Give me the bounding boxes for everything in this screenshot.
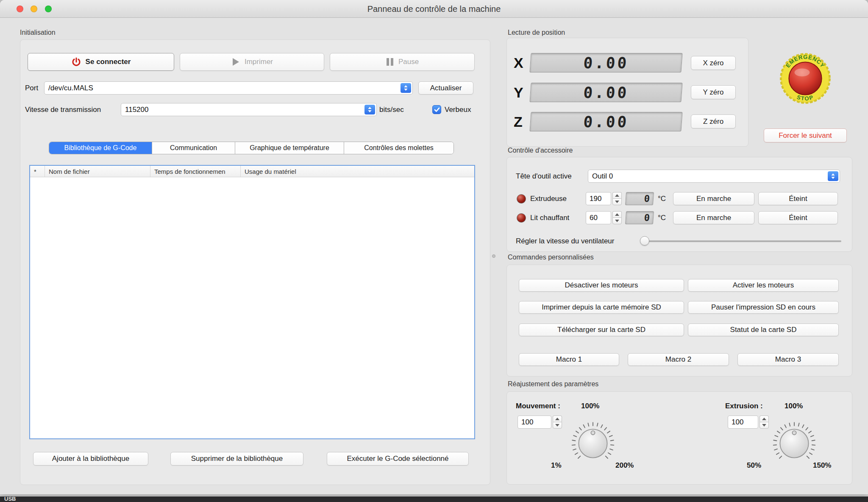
motors-on-button[interactable]: Activer les moteurs: [688, 279, 839, 292]
extruder-temp-input[interactable]: 190: [586, 192, 611, 205]
port-label: Port: [25, 81, 38, 95]
sd-print-button[interactable]: Imprimer depuis la carte mémoire SD: [519, 301, 684, 314]
y-zero-button[interactable]: Y zéro: [691, 85, 736, 99]
stepper-down[interactable]: [553, 422, 562, 429]
tab-communication[interactable]: Communication: [152, 142, 235, 154]
column-header-filename[interactable]: Nom de fichier: [45, 166, 150, 177]
splitter-handle[interactable]: [492, 254, 495, 258]
sd-pause-label: Pauser l'impression SD en cours: [711, 303, 815, 312]
tab-temperature-graph[interactable]: Graphique de température: [235, 142, 344, 154]
port-select[interactable]: /dev/cu.MALS: [44, 81, 413, 95]
gcode-library-table[interactable]: * Nom de fichier Temps de fonctionnemen …: [29, 165, 475, 439]
connect-button[interactable]: Se connecter: [28, 53, 174, 71]
refresh-button[interactable]: Actualiser: [418, 81, 473, 95]
macro-1-button[interactable]: Macro 1: [519, 353, 619, 366]
position-section-label: Lecture de position: [508, 29, 565, 36]
run-selected-gcode-label: Exécuter le G-Code sélectionné: [347, 455, 448, 463]
column-header-runtime[interactable]: Temps de fonctionnemen: [150, 166, 241, 177]
extruder-on-button[interactable]: En marche: [673, 192, 754, 205]
baud-label: Vitesse de transmission: [25, 103, 101, 116]
move-min-label: 1%: [551, 461, 562, 470]
fan-speed-slider-track[interactable]: [641, 240, 841, 242]
bed-on-button[interactable]: En marche: [673, 211, 754, 224]
sd-pause-button[interactable]: Pauser l'impression SD en cours: [688, 301, 839, 314]
emergency-stop-button[interactable]: EMERGENCY STOP: [777, 50, 833, 106]
extruder-temp-value: 190: [590, 195, 601, 203]
macro-1-label: Macro 1: [556, 355, 582, 364]
chevron-up-down-icon: [828, 171, 838, 181]
stepper-up[interactable]: [760, 416, 769, 422]
stepper-up[interactable]: [612, 211, 622, 218]
desktop: USB Panneau de contrôle de la machine In…: [0, 0, 868, 502]
fan-speed-label: Régler la vitesse du ventilateur: [516, 235, 614, 248]
run-selected-gcode-button[interactable]: Exécuter le G-Code sélectionné: [327, 452, 469, 466]
extrude-label: Extrusion :: [725, 402, 763, 410]
bed-temp-display: 0: [625, 211, 654, 224]
stepper-down[interactable]: [612, 218, 622, 224]
gcode-table-header: * Nom de fichier Temps de fonctionnemen …: [30, 166, 474, 177]
extruder-off-button[interactable]: Éteint: [758, 192, 838, 205]
fan-speed-slider-knob[interactable]: [640, 236, 649, 245]
pause-button[interactable]: Pause: [330, 53, 475, 71]
sd-status-label: Statut de la carte SD: [730, 326, 797, 334]
column-header-material[interactable]: Usage du matériel: [241, 166, 474, 177]
stepper-up[interactable]: [612, 192, 622, 198]
play-icon: [231, 57, 240, 67]
bed-off-label: Éteint: [789, 214, 807, 222]
x-zero-button[interactable]: X zéro: [691, 56, 736, 70]
bed-temp-value: 60: [590, 214, 598, 222]
add-to-library-label: Ajouter à la bibliothèque: [52, 455, 129, 463]
stepper-up[interactable]: [553, 416, 562, 422]
sd-status-button[interactable]: Statut de la carte SD: [688, 324, 839, 336]
titlebar: Panneau de contrôle de la machine: [0, 0, 868, 18]
bed-off-button[interactable]: Éteint: [758, 211, 838, 224]
sd-print-label: Imprimer depuis la carte mémoire SD: [542, 303, 661, 312]
tab-gcode-library[interactable]: Bibliothèque de G-Code: [49, 142, 152, 154]
sd-upload-button[interactable]: Télécharger sur la carte SD: [519, 324, 684, 336]
baud-select-value: 115200: [121, 106, 363, 114]
params-section-label: Réajustement des paramètres: [508, 380, 598, 388]
add-to-library-button[interactable]: Ajouter à la bibliothèque: [33, 452, 148, 466]
extrude-knob[interactable]: [771, 420, 818, 467]
move-value-stepper[interactable]: [553, 416, 562, 429]
toolhead-label: Tête d'outil active: [516, 170, 572, 183]
stepper-down[interactable]: [760, 422, 769, 429]
macro-2-label: Macro 2: [665, 355, 691, 364]
baud-select[interactable]: 115200: [121, 103, 377, 116]
motors-off-button[interactable]: Désactiver les moteurs: [519, 279, 684, 292]
bed-status-led: [517, 213, 526, 223]
refresh-button-label: Actualiser: [430, 84, 462, 92]
x-position-display: 0.00: [529, 53, 682, 73]
macro-3-button[interactable]: Macro 3: [737, 353, 839, 366]
check-icon: [434, 107, 440, 112]
tab-jog-controls[interactable]: Contrôles des molettes: [344, 142, 453, 154]
extrude-max-label: 150%: [813, 461, 831, 470]
move-label: Mouvement :: [516, 402, 560, 410]
gcode-table-body[interactable]: [30, 177, 474, 439]
column-header-star[interactable]: *: [30, 166, 45, 177]
move-knob[interactable]: [569, 420, 617, 467]
verbose-checkbox[interactable]: [432, 105, 441, 114]
y-position-display: 0.00: [529, 83, 682, 102]
move-value-input[interactable]: 100: [517, 416, 551, 429]
bed-temp-stepper[interactable]: [612, 211, 622, 224]
chevron-up-down-icon: [401, 83, 411, 93]
bed-temp-input[interactable]: 60: [586, 211, 611, 224]
statusbar-text: USB: [4, 496, 16, 502]
force-next-button[interactable]: Forcer le suivant: [764, 128, 847, 142]
move-max-label: 200%: [615, 461, 634, 470]
extruder-label: Extrudeuse: [530, 192, 567, 205]
print-button[interactable]: Imprimer: [180, 53, 324, 71]
extrude-value-stepper[interactable]: [760, 416, 769, 429]
move-value: 100: [521, 418, 533, 427]
extrude-value-input[interactable]: 100: [728, 416, 758, 429]
stepper-down[interactable]: [612, 198, 622, 205]
macro-2-button[interactable]: Macro 2: [628, 353, 729, 366]
z-zero-button[interactable]: Z zéro: [691, 114, 736, 128]
extruder-on-label: En marche: [696, 195, 731, 203]
toolhead-select[interactable]: Outil 0: [588, 170, 840, 183]
extruder-unit-label: °C: [658, 192, 666, 205]
y-zero-label: Y zéro: [703, 88, 724, 97]
remove-from-library-button[interactable]: Supprimer de la bibliothèque: [170, 452, 303, 466]
extruder-temp-stepper[interactable]: [612, 192, 622, 205]
